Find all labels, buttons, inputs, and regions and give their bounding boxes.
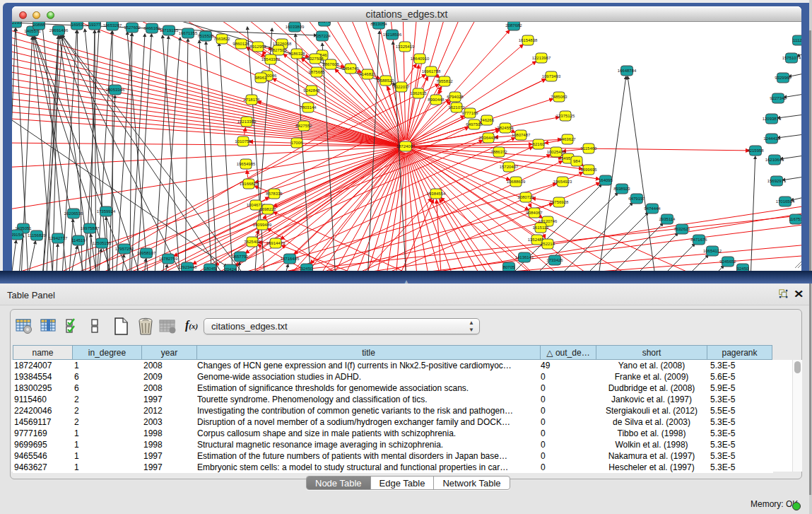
svg-text:16914479: 16914479 bbox=[266, 241, 286, 245]
svg-text:10688609: 10688609 bbox=[507, 180, 526, 184]
svg-text:19654985: 19654985 bbox=[237, 162, 256, 166]
svg-text:10719155: 10719155 bbox=[160, 28, 179, 33]
svg-text:9242848: 9242848 bbox=[303, 88, 320, 93]
svg-text:10958107: 10958107 bbox=[137, 251, 156, 255]
svg-text:8471676: 8471676 bbox=[690, 238, 707, 242]
svg-text:1010755: 1010755 bbox=[235, 139, 252, 144]
svg-text:9115460: 9115460 bbox=[581, 146, 598, 151]
svg-text:9084067: 9084067 bbox=[526, 211, 543, 215]
svg-text:1244415: 1244415 bbox=[763, 136, 780, 141]
svg-text:2867608: 2867608 bbox=[322, 62, 339, 66]
svg-text:20691406: 20691406 bbox=[49, 28, 69, 33]
svg-text:19377: 19377 bbox=[89, 23, 101, 27]
svg-text:1588520: 1588520 bbox=[377, 78, 394, 83]
svg-text:10807487: 10807487 bbox=[512, 133, 531, 137]
svg-text:12213389: 12213389 bbox=[237, 119, 257, 124]
svg-text:1733426: 1733426 bbox=[546, 258, 563, 262]
svg-text:1527602: 1527602 bbox=[124, 25, 141, 30]
svg-text:8990448: 8990448 bbox=[428, 98, 445, 102]
svg-text:80705: 80705 bbox=[503, 265, 515, 269]
svg-text:8813054: 8813054 bbox=[370, 22, 387, 26]
svg-text:116753: 116753 bbox=[789, 217, 801, 221]
svg-text:9699695: 9699695 bbox=[580, 168, 597, 172]
svg-text:7357224: 7357224 bbox=[314, 34, 331, 38]
svg-text:12193: 12193 bbox=[12, 22, 22, 25]
svg-text:20206536: 20206536 bbox=[64, 211, 83, 216]
svg-text:16671355: 16671355 bbox=[179, 31, 198, 35]
svg-text:8427552: 8427552 bbox=[295, 124, 312, 128]
svg-text:7625402: 7625402 bbox=[244, 240, 261, 244]
svg-text:3824554: 3824554 bbox=[497, 126, 514, 130]
svg-text:19218506: 19218506 bbox=[383, 33, 402, 37]
svg-text:1615112: 1615112 bbox=[533, 226, 550, 230]
svg-text:10975887: 10975887 bbox=[81, 226, 100, 230]
svg-text:8578335: 8578335 bbox=[266, 192, 283, 196]
svg-text:7632621: 7632621 bbox=[673, 227, 690, 231]
svg-text:9777169: 9777169 bbox=[461, 111, 478, 115]
svg-text:98961: 98961 bbox=[255, 76, 267, 80]
svg-text:16033809: 16033809 bbox=[286, 25, 305, 29]
svg-text:17359924: 17359924 bbox=[97, 209, 116, 214]
svg-text:12942737: 12942737 bbox=[49, 236, 68, 240]
svg-text:164095: 164095 bbox=[599, 178, 613, 182]
svg-text:10973493: 10973493 bbox=[542, 74, 561, 78]
svg-text:13325419: 13325419 bbox=[396, 45, 415, 49]
svg-text:252214: 252214 bbox=[541, 242, 555, 246]
svg-text:62160: 62160 bbox=[533, 142, 545, 146]
svg-text:9227342: 9227342 bbox=[770, 96, 787, 100]
svg-text:14136141: 14136141 bbox=[515, 255, 534, 259]
svg-text:9657791: 9657791 bbox=[232, 255, 249, 259]
svg-text:2718176: 2718176 bbox=[243, 98, 260, 102]
svg-text:8322037: 8322037 bbox=[393, 85, 410, 89]
svg-text:9827503: 9827503 bbox=[270, 48, 287, 52]
svg-text:16154838: 16154838 bbox=[519, 38, 538, 42]
svg-text:1362615: 1362615 bbox=[410, 91, 427, 95]
svg-text:10543362: 10543362 bbox=[261, 57, 281, 62]
svg-text:18724007: 18724007 bbox=[396, 144, 416, 148]
svg-text:6497508: 6497508 bbox=[466, 122, 483, 127]
svg-text:11156829: 11156829 bbox=[28, 233, 46, 238]
svg-text:12213967: 12213967 bbox=[532, 56, 551, 60]
svg-text:17016504: 17016504 bbox=[776, 199, 795, 204]
svg-text:7955812: 7955812 bbox=[436, 79, 453, 83]
svg-text:19756928: 19756928 bbox=[550, 200, 569, 204]
svg-text:9245652: 9245652 bbox=[719, 259, 736, 264]
svg-text:12505155: 12505155 bbox=[93, 241, 112, 245]
svg-text:9474444: 9474444 bbox=[644, 206, 661, 211]
svg-text:7485063: 7485063 bbox=[551, 95, 567, 99]
svg-text:8912954: 8912954 bbox=[249, 45, 266, 49]
svg-text:8454749: 8454749 bbox=[342, 66, 359, 71]
svg-text:2087682: 2087682 bbox=[505, 23, 522, 28]
svg-text:8186328: 8186328 bbox=[288, 52, 305, 56]
svg-text:10025438: 10025438 bbox=[547, 150, 566, 154]
svg-text:1080729: 1080729 bbox=[517, 195, 534, 199]
svg-text:7886372: 7886372 bbox=[490, 150, 507, 154]
svg-text:28053346: 28053346 bbox=[106, 88, 125, 92]
svg-text:9329966: 9329966 bbox=[775, 76, 792, 80]
svg-text:7663822: 7663822 bbox=[213, 37, 230, 41]
svg-text:984: 984 bbox=[573, 159, 581, 163]
svg-text:19166825: 19166825 bbox=[240, 182, 259, 186]
svg-text:16953: 16953 bbox=[71, 23, 83, 27]
svg-text:18640910: 18640910 bbox=[411, 57, 430, 61]
svg-text:10653287: 10653287 bbox=[103, 23, 122, 28]
svg-text:9698222: 9698222 bbox=[259, 207, 276, 211]
svg-text:10654112: 10654112 bbox=[703, 249, 722, 253]
svg-text:20888: 20888 bbox=[33, 23, 45, 27]
svg-text:9327508: 9327508 bbox=[307, 57, 324, 61]
svg-text:20364436: 20364436 bbox=[479, 136, 498, 140]
svg-text:15692971: 15692971 bbox=[767, 179, 787, 183]
svg-text:17006: 17006 bbox=[291, 141, 303, 145]
svg-text:6479197: 6479197 bbox=[628, 197, 645, 201]
svg-text:39154: 39154 bbox=[12, 233, 23, 237]
svg-text:11122: 11122 bbox=[793, 38, 801, 42]
svg-text:19654923: 19654923 bbox=[553, 180, 572, 184]
svg-text:9860128: 9860128 bbox=[233, 42, 249, 46]
svg-text:16782759: 16782759 bbox=[159, 257, 178, 261]
svg-text:16961758: 16961758 bbox=[422, 69, 441, 74]
svg-text:8938923: 8938923 bbox=[613, 187, 630, 191]
svg-text:16210643: 16210643 bbox=[765, 158, 784, 162]
svg-text:16648784: 16648784 bbox=[618, 69, 637, 73]
svg-text:17957253: 17957253 bbox=[115, 247, 134, 251]
svg-text:7803144: 7803144 bbox=[300, 105, 317, 110]
